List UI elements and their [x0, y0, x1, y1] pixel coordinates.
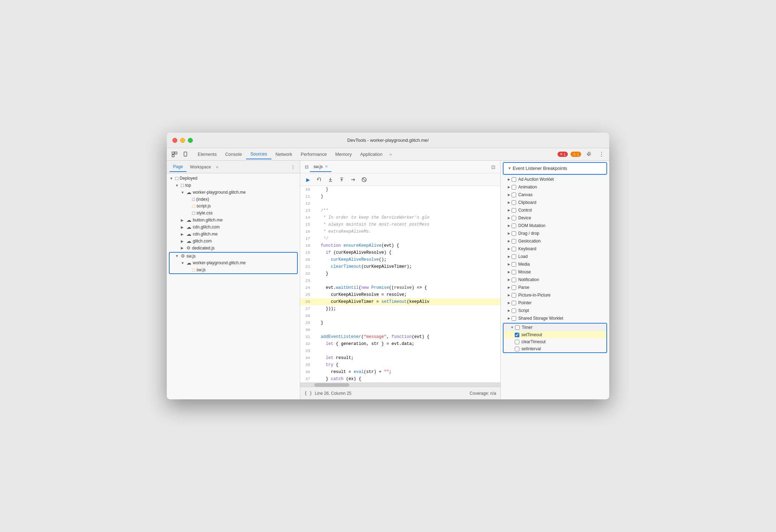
checkbox-settimeout[interactable] — [515, 333, 519, 337]
tree-item-index[interactable]: ▶ □ (index) — [167, 196, 300, 202]
code-line-34: 34 let result; — [300, 354, 500, 361]
checkbox-clipboard[interactable] — [512, 200, 516, 205]
minimize-button[interactable] — [180, 138, 185, 143]
more-icon[interactable]: ⋮ — [597, 149, 606, 159]
checkbox-parse[interactable] — [512, 285, 516, 290]
debug-step-out-btn[interactable] — [337, 175, 347, 185]
checkbox-media[interactable] — [512, 262, 516, 267]
file-panel-menu-icon[interactable]: ⋮ — [289, 163, 297, 171]
checkbox-canvas[interactable] — [512, 193, 516, 197]
scrollbar-thumb[interactable] — [314, 383, 349, 387]
debug-step-over-btn[interactable] — [314, 175, 324, 185]
tree-item-scriptjs[interactable]: ▶ □ script.js — [167, 202, 300, 210]
checkbox-control[interactable] — [512, 208, 516, 213]
checkbox-notification[interactable] — [512, 278, 516, 282]
bp-item-cleartimeout[interactable]: clearTimeout — [504, 338, 606, 345]
warn-badge[interactable]: ⚠ 1 — [571, 152, 581, 157]
tree-item-stylecss[interactable]: ▶ □ style.css — [167, 210, 300, 217]
nav-memory[interactable]: Memory — [331, 149, 356, 159]
horizontal-scrollbar[interactable] — [300, 383, 500, 387]
nav-application[interactable]: Application — [356, 149, 387, 159]
bp-section-geolocation[interactable]: ▶ Geolocation — [501, 237, 609, 245]
bp-section-animation[interactable]: ▶ Animation — [501, 183, 609, 191]
checkbox-ad-auction[interactable] — [512, 177, 516, 182]
debug-step-btn[interactable] — [348, 175, 358, 185]
device-icon[interactable] — [181, 149, 191, 159]
bp-section-keyboard[interactable]: ▶ Keyboard — [501, 245, 609, 253]
format-button[interactable]: { } — [304, 391, 312, 396]
bp-section-load[interactable]: ▶ Load — [501, 253, 609, 260]
tree-item-dedicatedjs[interactable]: ▶ ⚙ dedicated.js — [167, 245, 300, 251]
file-panel-more-icon[interactable]: » — [215, 163, 220, 171]
checkbox-dom-mutation[interactable] — [512, 224, 516, 228]
bp-section-shared-storage[interactable]: ▶ Shared Storage Worklet — [501, 314, 609, 322]
bp-section-timer[interactable]: ▼ Timer — [504, 324, 606, 331]
bp-section-parse[interactable]: ▶ Parse — [501, 284, 609, 291]
nav-sources[interactable]: Sources — [246, 149, 271, 159]
tree-item-deployed[interactable]: ▼ □ Deployed — [167, 175, 300, 182]
bp-section-drag-drop[interactable]: ▶ Drag / drop — [501, 230, 609, 237]
bp-item-settimeout[interactable]: setTimeout — [504, 331, 606, 338]
tree-item-glitch-com[interactable]: ▶ ☁ glitch.com — [167, 238, 300, 245]
checkbox-drag-drop[interactable] — [512, 231, 516, 236]
nav-elements[interactable]: Elements — [193, 149, 221, 159]
bp-section-control[interactable]: ▶ Control — [501, 206, 609, 214]
error-badge[interactable]: ✕ 1 — [558, 152, 568, 157]
debug-step-into-btn[interactable] — [325, 175, 335, 185]
bp-item-setinterval[interactable]: setInterval — [504, 345, 606, 352]
code-panel-expand-icon[interactable]: ⊟ — [303, 164, 310, 171]
bp-section-script[interactable]: ▶ Script — [501, 307, 609, 314]
bp-section-canvas[interactable]: ▶ Canvas — [501, 191, 609, 199]
nav-console[interactable]: Console — [221, 149, 246, 159]
checkbox-picture-in-picture[interactable] — [512, 293, 516, 298]
bp-section-picture-in-picture[interactable]: ▶ Picture-in-Picture — [501, 291, 609, 299]
bp-section-dom-mutation[interactable]: ▶ DOM Mutation — [501, 222, 609, 230]
file-icon-scriptjs: □ — [192, 203, 195, 209]
bp-section-notification[interactable]: ▶ Notification — [501, 276, 609, 284]
checkbox-mouse[interactable] — [512, 270, 516, 274]
tree-item-top[interactable]: ▼ □ top — [167, 182, 300, 189]
checkbox-device[interactable] — [512, 216, 516, 220]
settings-icon[interactable] — [584, 149, 594, 159]
code-action-expand-icon[interactable]: ⊡ — [489, 163, 498, 171]
bp-header[interactable]: ▼ Event Listener Breakpoints — [504, 163, 606, 174]
nav-network[interactable]: Network — [271, 149, 297, 159]
tree-item-cdn-glitch-me[interactable]: ▶ ☁ cdn.glitch.me — [167, 231, 300, 238]
code-tab-swjs[interactable]: sw.js ✕ — [310, 162, 331, 172]
tab-workspace[interactable]: Workspace — [186, 162, 215, 172]
tree-item-swjs-cloud[interactable]: ▼ ☁ worker-playground.glitch.me — [170, 259, 297, 266]
code-tab-close-icon[interactable]: ✕ — [325, 164, 328, 169]
debug-resume-btn[interactable]: ▶ — [303, 175, 313, 185]
bp-section-clipboard[interactable]: ▶ Clipboard — [501, 199, 609, 206]
checkbox-shared-storage[interactable] — [512, 316, 516, 321]
folder-icon-deployed: □ — [175, 175, 178, 181]
tab-page[interactable]: Page — [170, 162, 186, 172]
checkbox-pointer[interactable] — [512, 301, 516, 305]
checkbox-setinterval[interactable] — [515, 347, 519, 351]
checkbox-keyboard[interactable] — [512, 247, 516, 251]
bp-section-device[interactable]: ▶ Device — [501, 214, 609, 222]
inspector-icon[interactable] — [170, 149, 179, 159]
checkbox-script[interactable] — [512, 308, 516, 313]
checkbox-animation[interactable] — [512, 185, 516, 189]
tree-item-button-glitch[interactable]: ▶ ☁ button.glitch.me — [167, 217, 300, 224]
debug-deactivate-btn[interactable] — [359, 175, 369, 185]
label-control: Control — [518, 208, 532, 213]
tree-item-swjs-root[interactable]: ▼ ⚙ sw.js — [170, 253, 297, 259]
checkbox-geolocation[interactable] — [512, 239, 516, 244]
maximize-button[interactable] — [188, 138, 193, 143]
tree-item-worker-playground[interactable]: ▼ ☁ worker-playground.glitch.me — [167, 189, 300, 196]
nav-more-icon[interactable]: » — [387, 150, 395, 159]
bp-section-ad-auction[interactable]: ▶ Ad Auction Worklet — [501, 175, 609, 183]
bp-section-media[interactable]: ▶ Media — [501, 260, 609, 268]
checkbox-cleartimeout[interactable] — [515, 340, 519, 344]
tree-item-cdn-glitch-com[interactable]: ▶ ☁ cdn.glitch.com — [167, 224, 300, 231]
bp-section-mouse[interactable]: ▶ Mouse — [501, 268, 609, 276]
tree-item-swjs-file[interactable]: ▶ □ sw.js — [170, 266, 297, 273]
checkbox-load[interactable] — [512, 254, 516, 259]
code-area[interactable]: 10 } 11 } 12 13 /** 14 * I — [300, 186, 500, 383]
close-button[interactable] — [172, 138, 177, 143]
bp-section-pointer[interactable]: ▶ Pointer — [501, 299, 609, 307]
checkbox-timer[interactable] — [515, 325, 520, 330]
nav-performance[interactable]: Performance — [296, 149, 331, 159]
